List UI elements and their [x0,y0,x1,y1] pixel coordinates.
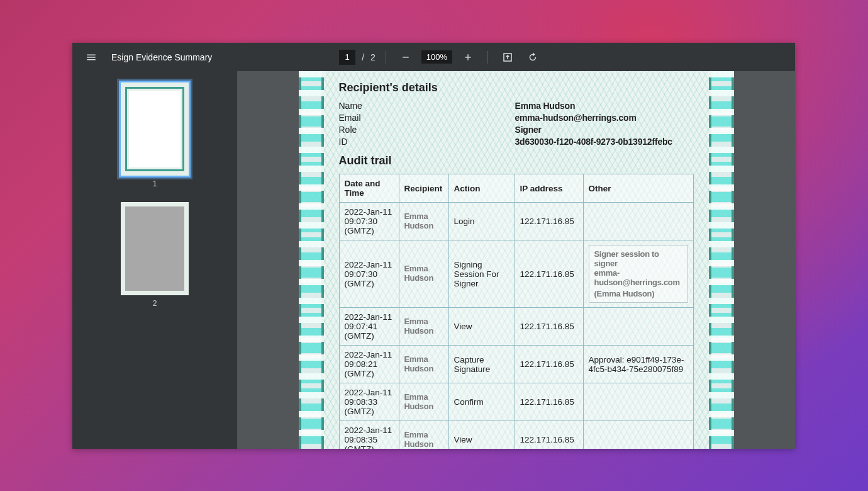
zoom-level[interactable]: 100% [421,50,452,64]
cell-other [583,203,693,240]
audit-table: Date and Time Recipient Action IP addres… [339,174,694,449]
thumbnail-label: 2 [153,299,157,308]
thumbnail-sidebar: 1 2 [72,71,237,449]
thumbnail-2[interactable] [121,202,189,295]
page-separator: / [362,52,364,62]
cell-date-time: 2022-Jan-11 09:07:41 (GMTZ) [339,308,399,346]
cell-action: Capture Signature [448,346,515,383]
cell-ip: 122.171.16.85 [515,421,583,449]
cell-ip: 122.171.16.85 [515,383,583,421]
col-recipient: Recipient [399,174,448,203]
rotate-icon [527,52,538,63]
cell-ip: 122.171.16.85 [515,240,583,308]
thumbnail-preview [129,91,181,167]
cell-other [583,421,693,449]
cell-date-time: 2022-Jan-11 09:08:33 (GMTZ) [339,383,399,421]
table-row: 2022-Jan-11 09:08:35 (GMTZ)EmmaHudsonVie… [339,421,693,449]
cell-date-time: 2022-Jan-11 09:08:35 (GMTZ) [339,421,399,449]
menu-button[interactable] [79,45,104,70]
cell-other [583,308,693,346]
detail-value-id: 3d630030-f120-408f-9273-0b13912ffebc [515,137,694,147]
minus-icon [401,52,411,62]
toolbar: Esign Evidence Summary / 2 100% [72,43,795,71]
cell-action: Login [448,203,515,240]
rotate-button[interactable] [523,48,542,67]
cell-other: Approval: e901ff49-173e-4fc5-b434-75e280… [583,346,693,383]
cell-recipient: EmmaHudson [399,346,448,383]
cell-action: Signing Session For Signer [448,240,515,308]
cell-action: View [448,421,515,449]
cell-action: View [448,308,515,346]
document-page: Recipient's details Name Emma Hudson Ema… [299,71,734,449]
detail-label-role: Role [339,125,515,135]
fit-page-icon [502,52,513,63]
detail-label-email: Email [339,113,515,123]
toolbar-left: Esign Evidence Summary [72,45,212,70]
table-header-row: Date and Time Recipient Action IP addres… [339,174,693,203]
cell-date-time: 2022-Jan-11 09:07:30 (GMTZ) [339,203,399,240]
col-action: Action [448,174,515,203]
table-row: 2022-Jan-11 09:07:30 (GMTZ)EmmaHudsonSig… [339,240,693,308]
other-line: emma-hudson@herrings.com [594,268,682,287]
audit-heading: Audit trail [339,154,694,167]
toolbar-divider [487,51,488,64]
cell-other [583,383,693,421]
cell-other: Signer session to signeremma-hudson@herr… [583,240,693,308]
thumbnail-1[interactable] [121,82,189,176]
table-row: 2022-Jan-11 09:08:21 (GMTZ)EmmaHudsonCap… [339,346,693,383]
table-row: 2022-Jan-11 09:07:41 (GMTZ)EmmaHudsonVie… [339,308,693,346]
pdf-viewer-window: Esign Evidence Summary / 2 100% [72,43,795,449]
audit-table-body: 2022-Jan-11 09:07:30 (GMTZ)EmmaHudsonLog… [339,203,693,449]
detail-value-role: Signer [515,125,694,135]
document-content: Recipient's details Name Emma Hudson Ema… [339,71,694,449]
zoom-out-button[interactable] [396,48,415,67]
cell-date-time: 2022-Jan-11 09:07:30 (GMTZ) [339,240,399,308]
cell-recipient: EmmaHudson [399,203,448,240]
cell-recipient: EmmaHudson [399,240,448,308]
detail-value-email: emma-hudson@herrings.com [515,113,694,123]
cell-ip: 122.171.16.85 [515,346,583,383]
cell-action: Confirm [448,383,515,421]
recipient-details: Name Emma Hudson Email emma-hudson@herri… [339,101,694,147]
detail-label-name: Name [339,101,515,111]
cell-recipient: EmmaHudson [399,421,448,449]
detail-value-name: Emma Hudson [515,101,694,111]
thumbnail-preview [125,206,184,291]
table-row: 2022-Jan-11 09:07:30 (GMTZ)EmmaHudsonLog… [339,203,693,240]
recipient-heading: Recipient's details [339,81,694,94]
document-title: Esign Evidence Summary [111,52,212,62]
cell-recipient: EmmaHudson [399,383,448,421]
cell-date-time: 2022-Jan-11 09:08:21 (GMTZ) [339,346,399,383]
table-row: 2022-Jan-11 09:08:33 (GMTZ)EmmaHudsonCon… [339,383,693,421]
plus-icon [463,52,473,62]
other-detail-box: Signer session to signeremma-hudson@herr… [589,245,688,303]
fit-page-button[interactable] [498,48,517,67]
page-number-input[interactable] [339,50,355,65]
zoom-in-button[interactable] [459,48,477,67]
other-line: Signer session to signer [594,249,682,268]
other-line: (Emma Hudson) [594,289,682,298]
cell-recipient: EmmaHudson [399,308,448,346]
desktop-background: Esign Evidence Summary / 2 100% [0,0,868,491]
page-total: 2 [370,52,376,62]
col-ip: IP address [515,174,583,203]
page-border-left-icon [299,71,324,449]
detail-label-id: ID [339,137,515,147]
col-other: Other [583,174,693,203]
toolbar-divider [386,51,386,64]
thumbnail-label: 1 [153,179,157,188]
document-pane[interactable]: Recipient's details Name Emma Hudson Ema… [237,71,795,449]
col-date-time: Date and Time [339,174,399,203]
toolbar-center: / 2 100% [212,48,669,67]
cell-ip: 122.171.16.85 [515,308,583,346]
cell-ip: 122.171.16.85 [515,203,583,240]
page-border-right-icon [709,71,734,449]
hamburger-icon [86,52,97,63]
viewer-body: 1 2 Recipient's details Name Emma Hudson [72,71,795,449]
